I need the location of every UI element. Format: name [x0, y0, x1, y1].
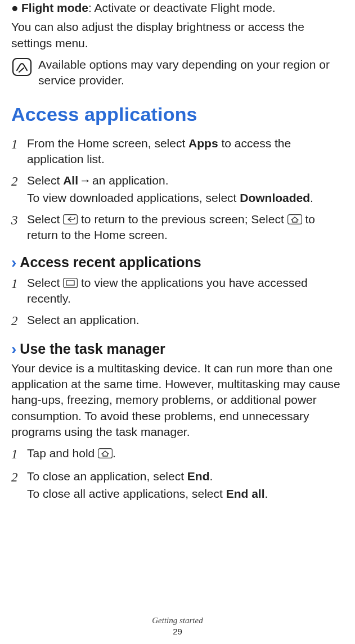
bullet-desc: : Activate or deactivate Flight mode.	[88, 1, 276, 14]
step-subtext: To view downloaded applications, select …	[27, 190, 344, 206]
arrow-icon: →	[78, 173, 92, 188]
step-body: From the Home screen, select Apps to acc…	[27, 136, 344, 168]
bold-end-all: End all	[226, 487, 265, 500]
recent-key-icon	[63, 278, 78, 288]
step-c1: 1 Tap and hold .	[11, 445, 344, 463]
note-text: Available options may vary depending on …	[35, 57, 344, 89]
step-c2: 2 To close an application, select End. T…	[11, 469, 344, 502]
bullet-label: Flight mode	[21, 1, 88, 14]
page-number: 29	[0, 627, 355, 636]
bullet-flight-mode: ● Flight mode: Activate or deactivate Fl…	[11, 0, 344, 16]
step-number: 2	[11, 173, 27, 206]
step-body: Select to return to the previous screen;…	[27, 211, 344, 244]
home-key-icon	[98, 448, 113, 458]
svg-rect-5	[98, 449, 113, 458]
step-b1: 1 Select to view the applications you ha…	[11, 275, 344, 307]
step-a3: 3 Select to return to the previous scree…	[11, 211, 344, 244]
step-text: .	[210, 470, 213, 483]
step-body: Select an application.	[27, 312, 344, 330]
footer-section: Getting started	[152, 616, 203, 625]
note-box: Available options may vary depending on …	[11, 57, 344, 89]
step-text: Select	[27, 213, 63, 226]
bullet-text: Flight mode: Activate or deactivate Flig…	[21, 0, 276, 16]
chevron-right-icon: ›	[11, 340, 16, 358]
step-text: Select	[27, 174, 63, 187]
step-body: Tap and hold .	[27, 445, 344, 463]
step-number: 2	[11, 312, 27, 330]
step-body: Select to view the applications you have…	[27, 275, 344, 307]
subheading-text: Access recent applications	[20, 254, 201, 271]
step-text: Tap and hold	[27, 447, 98, 460]
svg-rect-0	[13, 58, 31, 75]
subheading-recent-apps: › Access recent applications	[11, 254, 344, 272]
step-number: 1	[11, 445, 27, 463]
step-text: .	[265, 487, 268, 500]
home-key-icon	[287, 214, 302, 224]
step-subtext: To close all active applications, select…	[27, 486, 344, 502]
subheading-task-manager: › Use the task manager	[11, 340, 344, 358]
intro-paragraph: You can also adjust the display brightne…	[11, 19, 344, 51]
task-manager-paragraph: Your device is a multitasking device. It…	[11, 361, 344, 440]
step-text: To close all active applications, select	[27, 487, 226, 500]
bold-end: End	[187, 470, 210, 483]
step-text: .	[310, 191, 313, 204]
chevron-right-icon: ›	[11, 254, 16, 272]
step-b2: 2 Select an application.	[11, 312, 344, 330]
step-a2: 2 Select All → an application. To view d…	[11, 173, 344, 206]
back-key-icon	[63, 214, 78, 224]
step-text: Select	[27, 276, 63, 289]
svg-rect-2	[287, 215, 302, 224]
step-text: To close an application, select	[27, 470, 187, 483]
bold-apps: Apps	[188, 137, 218, 150]
svg-rect-4	[66, 281, 74, 285]
step-body: Select All → an application. To view dow…	[27, 173, 344, 206]
step-number: 1	[11, 136, 27, 168]
step-text: To view downloaded applications, select	[27, 191, 240, 204]
bold-downloaded: Downloaded	[240, 191, 310, 204]
svg-rect-3	[64, 278, 78, 287]
manual-page: ● Flight mode: Activate or deactivate Fl…	[0, 0, 355, 644]
step-text: Select an application.	[27, 313, 140, 326]
note-icon	[11, 57, 35, 77]
step-text: From the Home screen, select	[27, 137, 188, 150]
step-number: 3	[11, 211, 27, 244]
step-text: to return to the previous screen; Select	[78, 213, 287, 226]
step-text: an application.	[92, 174, 168, 187]
page-footer: Getting started 29	[0, 616, 355, 636]
step-number: 1	[11, 275, 27, 307]
subheading-text: Use the task manager	[20, 341, 165, 357]
bullet-dot: ●	[11, 0, 21, 16]
bold-all: All	[63, 174, 78, 187]
step-body: To close an application, select End. To …	[27, 469, 344, 502]
step-a1: 1 From the Home screen, select Apps to a…	[11, 136, 344, 168]
heading-access-applications: Access applications	[11, 103, 344, 125]
step-text: .	[113, 447, 116, 460]
step-number: 2	[11, 469, 27, 502]
